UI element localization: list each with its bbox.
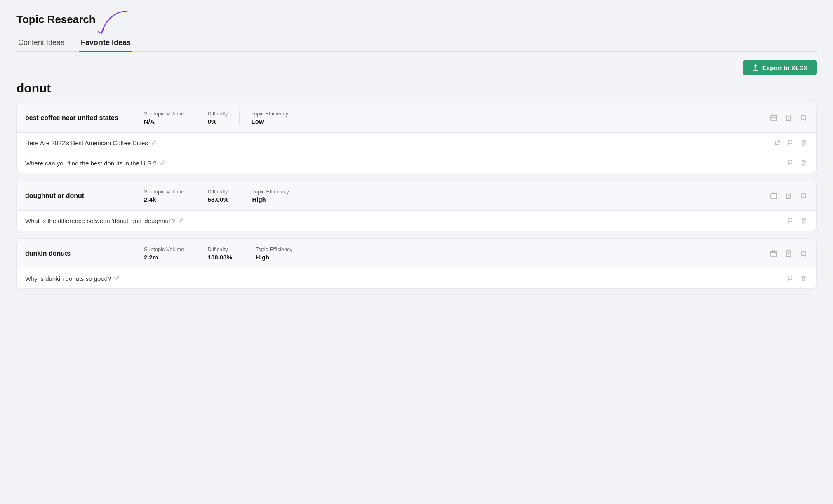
- edit-icon[interactable]: [151, 139, 157, 146]
- document-icon-btn[interactable]: [784, 249, 793, 258]
- calendar-icon-btn[interactable]: [769, 113, 778, 122]
- topic-stat-difficulty: Difficulty 58.00%: [196, 188, 241, 203]
- trash-btn[interactable]: [800, 139, 808, 147]
- result-row: Here Are 2022's Best American Coffee Cit…: [17, 133, 816, 153]
- topic-card: doughnut or donut Subtopic Volume 2.4k D…: [16, 181, 817, 231]
- topic-stat-efficiency: Topic Efficiency Low: [240, 111, 300, 125]
- toolbar: Export to XLSX: [16, 60, 817, 75]
- result-row: Why is dunkin donuts so good?: [17, 268, 816, 288]
- topic-stat-difficulty: Difficulty 0%: [196, 111, 240, 125]
- topic-stat-volume: Subtopic Volume N/A: [132, 111, 196, 125]
- result-row: What is the difference between 'donut' a…: [17, 211, 816, 231]
- topic-header: dunkin donuts Subtopic Volume 2.2m Diffi…: [17, 239, 816, 268]
- topic-stat-efficiency: Topic Efficiency High: [244, 246, 304, 261]
- topic-stat-efficiency: Topic Efficiency High: [240, 188, 301, 203]
- result-text: Why is dunkin donuts so good?: [25, 275, 786, 282]
- svg-rect-0: [771, 115, 777, 121]
- document-icon-btn[interactable]: [784, 191, 793, 200]
- export-button[interactable]: Export to XLSX: [743, 60, 817, 75]
- edit-icon[interactable]: [178, 217, 184, 224]
- topic-actions: [769, 188, 808, 203]
- topic-card: best coffee near united states Subtopic …: [16, 103, 817, 173]
- external-link-btn[interactable]: [773, 139, 781, 147]
- tabs-container: Content Ideas Favorite Ideas: [16, 36, 817, 52]
- topic-stat-volume: Subtopic Volume 2.2m: [132, 246, 196, 261]
- edit-icon[interactable]: [114, 275, 120, 282]
- result-text: Where can you find the best donuts in th…: [25, 160, 786, 167]
- flag-btn[interactable]: [786, 274, 795, 283]
- row-actions: [786, 217, 808, 225]
- export-icon: [752, 64, 759, 71]
- topics-container: best coffee near united states Subtopic …: [16, 103, 817, 289]
- page-title: Topic Research: [16, 13, 817, 26]
- topic-actions: [769, 246, 808, 261]
- topic-stat-difficulty: Difficulty 100.00%: [196, 246, 244, 261]
- tab-favorite-ideas[interactable]: Favorite Ideas: [79, 36, 132, 51]
- result-row: Where can you find the best donuts in th…: [17, 153, 816, 173]
- topic-header: best coffee near united states Subtopic …: [17, 103, 816, 133]
- document-icon-btn[interactable]: [784, 113, 793, 122]
- tab-content-ideas[interactable]: Content Ideas: [16, 36, 66, 51]
- topic-name: doughnut or donut: [25, 188, 132, 203]
- bookmark-icon-btn[interactable]: [799, 249, 808, 258]
- flag-btn[interactable]: [786, 159, 795, 167]
- row-actions: [773, 139, 808, 147]
- flag-btn[interactable]: [786, 217, 795, 225]
- topic-actions: [769, 111, 808, 125]
- topic-name: best coffee near united states: [25, 111, 132, 125]
- trash-btn[interactable]: [800, 274, 808, 283]
- trash-btn[interactable]: [800, 217, 808, 225]
- bookmark-icon-btn[interactable]: [799, 191, 808, 200]
- topic-name: dunkin donuts: [25, 246, 132, 261]
- result-text: Here Are 2022's Best American Coffee Cit…: [25, 139, 773, 146]
- flag-btn[interactable]: [786, 139, 795, 147]
- edit-icon[interactable]: [160, 160, 166, 167]
- row-actions: [786, 159, 808, 167]
- calendar-icon-btn[interactable]: [769, 191, 778, 200]
- row-actions: [786, 274, 808, 283]
- trash-btn[interactable]: [800, 159, 808, 167]
- result-text: What is the difference between 'donut' a…: [25, 217, 786, 224]
- bookmark-icon-btn[interactable]: [799, 113, 808, 122]
- topic-header: doughnut or donut Subtopic Volume 2.4k D…: [17, 181, 816, 211]
- svg-rect-4: [771, 251, 777, 257]
- svg-rect-2: [771, 193, 777, 199]
- topic-stat-volume: Subtopic Volume 2.4k: [132, 188, 196, 203]
- calendar-icon-btn[interactable]: [769, 249, 778, 258]
- topic-card: dunkin donuts Subtopic Volume 2.2m Diffi…: [16, 238, 817, 289]
- search-keyword: donut: [16, 81, 817, 95]
